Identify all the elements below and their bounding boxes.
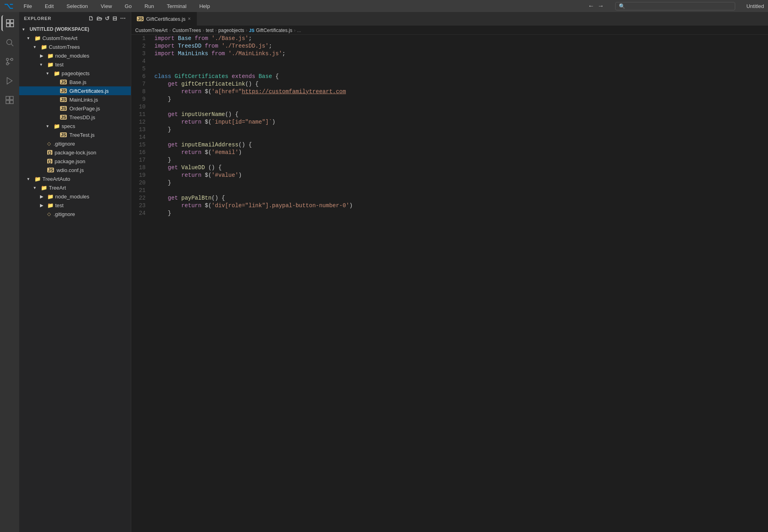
sidebar-item-test2[interactable]: ▶ 📁 test <box>19 201 131 210</box>
sidebar-item-treetestjs[interactable]: JS TreeTest.js <box>19 130 131 139</box>
code-line-5: 5 <box>131 65 768 73</box>
code-line-14: 14 <box>131 134 768 141</box>
explorer-activity-icon[interactable] <box>2 15 18 31</box>
line-content: return $('a[href="https://customfamilytr… <box>151 88 768 96</box>
line-content: } <box>151 96 768 103</box>
search-activity-icon[interactable] <box>2 34 18 50</box>
sidebar-item-label: wdio.conf.js <box>56 167 131 173</box>
json-file-icon: {} <box>47 159 52 164</box>
sidebar-item-gitignore2[interactable]: ◇ .gitignore <box>19 210 131 218</box>
sidebar-item-label: Base.js <box>69 79 131 85</box>
sidebar-item-packagelockjson[interactable]: {} package-lock.json <box>19 148 131 157</box>
sidebar-item-customtreeart[interactable]: ▾ 📁 CustomTreeArt <box>19 34 131 42</box>
breadcrumb-sep-1: › <box>169 28 171 33</box>
line-content <box>151 134 768 141</box>
window-title: Untitled <box>746 3 764 9</box>
collapse-all-icon[interactable]: ⊟ <box>112 15 118 22</box>
sidebar-item-basejs[interactable]: JS Base.js <box>19 78 131 86</box>
chevron-right-icon: ▶ <box>40 203 46 208</box>
menu-terminal[interactable]: Terminal <box>164 2 189 10</box>
line-content: get payPalBtn() { <box>151 194 768 202</box>
workspace-root[interactable]: ▾ UNTITLED (WORKSPACE) <box>19 25 131 34</box>
chevron-down-icon: ▾ <box>46 71 52 76</box>
line-number: 22 <box>131 194 151 202</box>
line-number: 4 <box>131 58 151 65</box>
svg-rect-10 <box>6 96 9 100</box>
line-content: get ValueDD () { <box>151 164 768 172</box>
line-content <box>151 103 768 111</box>
code-editor[interactable]: 1 import Base from './Base.js'; 2 import… <box>131 35 768 532</box>
svg-point-6 <box>6 58 9 61</box>
run-debug-activity-icon[interactable] <box>2 73 18 89</box>
js-file-icon: JS <box>47 168 54 172</box>
file-tree: ▾ UNTITLED (WORKSPACE) ▾ 📁 CustomTreeArt… <box>19 25 131 218</box>
menu-help[interactable]: Help <box>197 2 212 10</box>
menu-view[interactable]: View <box>98 2 114 10</box>
sidebar-item-pageobjects[interactable]: ▾ 📁 pageobjects <box>19 69 131 78</box>
sidebar-item-packagejson[interactable]: {} package.json <box>19 157 131 166</box>
sidebar-item-wdioconfjs[interactable]: JS wdio.conf.js <box>19 166 131 174</box>
gitignore-icon: ◇ <box>47 211 51 217</box>
chevron-down-icon: ▾ <box>46 124 52 129</box>
code-line-24: 24 } <box>131 210 768 217</box>
menu-run[interactable]: Run <box>142 2 156 10</box>
sidebar-header: EXPLORER 🗋 🗁 ↺ ⊟ ⋯ <box>19 12 131 25</box>
menu-file[interactable]: File <box>21 2 34 10</box>
json-file-icon: {} <box>47 150 52 155</box>
sidebar-item-giftcertificatesjs[interactable]: JS GiftCertificates.js <box>19 86 131 95</box>
line-content: get giftCertificateLink() { <box>151 80 768 88</box>
sidebar-item-label: TreeArt <box>49 185 131 191</box>
sidebar-item-mainlinksjs[interactable]: JS MainLinks.js <box>19 95 131 104</box>
tab-giftcertificatesjs[interactable]: JS GiftCertificates.js × <box>131 12 197 26</box>
sidebar-item-treeartauto[interactable]: ▾ 📁 TreeArtAuto <box>19 174 131 183</box>
sidebar-item-test[interactable]: ▾ 📁 test <box>19 60 131 69</box>
line-number: 21 <box>131 187 151 194</box>
nav-forward-button[interactable]: → <box>598 2 604 10</box>
line-content: class GiftCertificates extends Base { <box>151 73 768 80</box>
new-folder-icon[interactable]: 🗁 <box>96 15 102 22</box>
sidebar-item-gitignore1[interactable]: ◇ .gitignore <box>19 139 131 148</box>
svg-rect-1 <box>10 20 14 23</box>
svg-marker-9 <box>7 78 12 84</box>
source-control-activity-icon[interactable] <box>2 54 18 70</box>
search-bar[interactable]: 🔍 <box>615 2 735 10</box>
chevron-down-icon: ▾ <box>34 44 39 50</box>
sidebar-item-customtrees[interactable]: ▾ 📁 CustomTrees <box>19 42 131 51</box>
more-options-icon[interactable]: ⋯ <box>120 15 126 22</box>
sidebar-item-node-modules-2[interactable]: ▶ 📁 node_modules <box>19 192 131 201</box>
tab-label: GiftCertificates.js <box>146 16 185 22</box>
chevron-right-icon: ▶ <box>40 53 46 58</box>
sidebar-header-icons: 🗋 🗁 ↺ ⊟ ⋯ <box>88 15 126 22</box>
svg-rect-12 <box>6 100 9 104</box>
breadcrumb-ellipsis: ... <box>297 28 301 33</box>
menu-selection[interactable]: Selection <box>64 2 90 10</box>
nav-back-button[interactable]: ← <box>588 2 594 10</box>
line-content: } <box>151 156 768 164</box>
sidebar-item-specs[interactable]: ▾ 📁 specs <box>19 122 131 130</box>
line-number: 10 <box>131 103 151 111</box>
folder-icon: 📁 <box>47 53 54 59</box>
svg-rect-0 <box>6 20 10 23</box>
sidebar-item-treeart[interactable]: ▾ 📁 TreeArt <box>19 183 131 192</box>
line-number: 13 <box>131 126 151 134</box>
menu-edit[interactable]: Edit <box>42 2 56 10</box>
folder-icon: 📁 <box>34 35 41 41</box>
tabs-bar: JS GiftCertificates.js × <box>131 12 768 26</box>
menu-go[interactable]: Go <box>122 2 134 10</box>
code-line-4: 4 <box>131 58 768 65</box>
extensions-activity-icon[interactable] <box>2 92 18 108</box>
sidebar-item-label: TreesDD.js <box>69 114 131 120</box>
line-content <box>151 58 768 65</box>
sidebar-item-treesddjs[interactable]: JS TreesDD.js <box>19 113 131 122</box>
new-file-icon[interactable]: 🗋 <box>88 15 94 22</box>
code-line-8: 8 return $('a[href="https://customfamily… <box>131 88 768 96</box>
code-line-19: 19 return $('#value') <box>131 172 768 179</box>
refresh-icon[interactable]: ↺ <box>105 15 110 22</box>
line-content: get inputEmailAddress() { <box>151 141 768 149</box>
tab-close-button[interactable]: × <box>188 16 191 22</box>
line-number: 23 <box>131 202 151 210</box>
sidebar-item-node-modules-1[interactable]: ▶ 📁 node_modules <box>19 51 131 60</box>
sidebar-item-label: package-lock.json <box>55 150 131 156</box>
sidebar-item-orderpagejs[interactable]: JS OrderPage.js <box>19 104 131 113</box>
code-line-20: 20 } <box>131 179 768 187</box>
